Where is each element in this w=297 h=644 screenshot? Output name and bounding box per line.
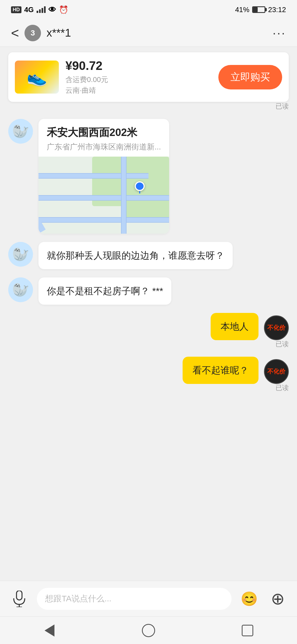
recv-bubble-1: 就你那种丢人现眼的边边角，谁愿意去呀？ (38, 242, 233, 269)
status-left: HD 4G 👁 ⏰ (11, 5, 68, 14)
svg-rect-0 (16, 591, 22, 600)
map-green-block-2 (127, 184, 169, 223)
sent-message-1: 本地人 不化价 已读 (8, 313, 289, 348)
sent-inner-2: 看不起谁呢？ 不化价 (183, 357, 289, 384)
input-field-wrapper[interactable]: 想跟TA说点什么... (37, 588, 232, 610)
location-card[interactable]: 禾安大围西面202米 广东省广州市海珠区南洲街道新... (38, 119, 169, 234)
nav-back-button[interactable] (38, 622, 61, 639)
map-pin (135, 181, 145, 193)
battery-percent: 41% (235, 6, 249, 14)
plus-icon: ⊕ (271, 591, 285, 607)
recv-avatar-1: 🦭 (8, 119, 33, 144)
product-emoji: 👟 (15, 61, 59, 94)
chat-title: x***1 (46, 27, 273, 39)
bottom-nav (0, 616, 297, 644)
map-pin-tail (139, 191, 140, 193)
product-location: 云南·曲靖 (65, 86, 212, 95)
sticker-2: 不化价 (264, 359, 289, 384)
status-bar: HD 4G 👁 ⏰ 41% 23:12 (0, 0, 297, 19)
sent-message-2: 看不起谁呢？ 不化价 已读 (8, 357, 289, 392)
input-placeholder: 想跟TA说点什么... (45, 593, 111, 604)
recv-avatar-img-3: 🦭 (8, 277, 33, 302)
battery-icon (252, 6, 265, 13)
home-circle-icon (142, 624, 155, 637)
product-image: 👟 (15, 61, 59, 94)
recv-avatar-3: 🦭 (8, 277, 33, 302)
emoji-icon: 😊 (241, 592, 258, 606)
status-right: 41% 23:12 (235, 6, 286, 14)
map-road-v1 (121, 157, 127, 234)
map-road-h1 (38, 173, 148, 179)
sticker-1: 不化价 (264, 315, 289, 340)
sent-bubble-2: 看不起谁呢？ (183, 357, 258, 384)
mic-icon (12, 591, 26, 607)
message-count-badge: 3 (24, 25, 41, 41)
nav-home-button[interactable] (138, 622, 160, 639)
nav-recents-button[interactable] (237, 622, 258, 639)
recv-bubble-2: 你是不是租不起房子啊？ *** (38, 277, 171, 305)
chat-area: 👟 ¥90.72 含运费0.00元 云南·曲靖 立即购买 已读 🦭 禾安大围西面… (0, 47, 297, 581)
location-header: 禾安大围西面202米 广东省广州市海珠区南洲街道新... (38, 119, 169, 157)
sticker-text-1: 不化价 (267, 324, 285, 331)
recv-message-2: 🦭 你是不是租不起房子啊？ *** (8, 277, 289, 305)
sticker-text-2: 不化价 (267, 368, 285, 375)
eye-icon: 👁 (48, 5, 56, 14)
read-status-2: 已读 (276, 383, 289, 392)
map-road-h3 (38, 217, 169, 223)
product-shipping: 含运费0.00元 (65, 75, 212, 84)
recv-avatar-2: 🦭 (8, 242, 33, 267)
alarm-icon: ⏰ (59, 5, 68, 14)
hd-badge: HD (11, 6, 21, 13)
product-price: ¥90.72 (65, 59, 212, 73)
signal-4g: 4G (24, 6, 34, 14)
recv-message-1: 🦭 就你那种丢人现眼的边边角，谁愿意去呀？ (8, 242, 289, 269)
location-title: 禾安大围西面202米 (47, 125, 161, 140)
back-button[interactable]: < (11, 25, 19, 41)
read-status-1: 已读 (276, 340, 289, 348)
product-info: ¥90.72 含运费0.00元 云南·曲靖 (65, 59, 212, 95)
back-triangle-icon (45, 624, 54, 637)
mic-button[interactable] (8, 588, 30, 610)
recv-avatar-img-2: 🦭 (8, 242, 33, 267)
sent-bubble-1: 本地人 (211, 313, 258, 340)
sent-inner-1: 本地人 不化价 (211, 313, 289, 340)
input-bar: 想跟TA说点什么... 😊 ⊕ (0, 581, 297, 616)
map-container (38, 157, 169, 234)
map-pin-circle (135, 181, 145, 191)
more-button[interactable]: ··· (273, 26, 286, 40)
read-status-product: 已读 (8, 102, 289, 111)
location-message: 🦭 禾安大围西面202米 广东省广州市海珠区南洲街道新... (8, 119, 289, 234)
emoji-button[interactable]: 😊 (238, 588, 260, 610)
product-card-message: 👟 ¥90.72 含运费0.00元 云南·曲靖 立即购买 已读 (8, 52, 289, 111)
recv-avatar-img-1: 🦭 (8, 119, 33, 144)
recents-square-icon (242, 625, 253, 636)
plus-button[interactable]: ⊕ (267, 588, 289, 610)
location-subtitle: 广东省广州市海珠区南洲街道新... (47, 142, 161, 152)
time-display: 23:12 (268, 6, 286, 14)
map-road-h2 (38, 195, 169, 201)
map-background (38, 157, 169, 234)
buy-button[interactable]: 立即购买 (218, 65, 282, 89)
nav-bar: < 3 x***1 ··· (0, 19, 297, 47)
signal-bars (37, 6, 46, 13)
